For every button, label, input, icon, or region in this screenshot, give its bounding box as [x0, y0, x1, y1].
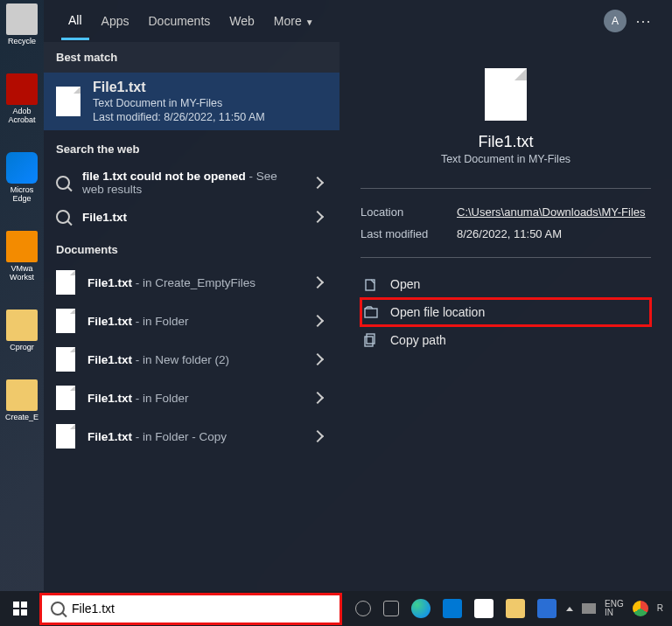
chevron-right-icon: [312, 353, 324, 365]
folder-icon: [364, 305, 378, 319]
taskbar-pinned-apps: [340, 599, 566, 618]
web-result-0[interactable]: file 1.txt could not be opened - See web…: [44, 163, 340, 203]
mail-icon[interactable]: [443, 599, 462, 618]
desktop-icons-strip: Recycle Adob Acrobat Micros Edge VMwa Wo…: [0, 0, 44, 591]
svg-rect-1: [365, 309, 377, 317]
best-match-result[interactable]: File1.txt Text Document in MY-Files Last…: [44, 73, 340, 130]
chrome-icon[interactable]: [633, 601, 648, 616]
copy-icon: [364, 333, 378, 347]
search-web-label: Search the web: [44, 130, 340, 163]
onedrive-icon[interactable]: [582, 603, 596, 614]
preview-file-icon: [485, 68, 527, 121]
file-icon: [56, 347, 75, 372]
tray-overflow-icon[interactable]: [566, 607, 573, 611]
desktop-icon-edge[interactable]: Micros Edge: [0, 149, 44, 206]
best-match-subtitle: Text Document in MY-Files: [93, 97, 327, 109]
documents-label: Documents: [44, 231, 340, 263]
file-icon: [56, 309, 75, 333]
action-copy-path[interactable]: Copy path: [360, 326, 651, 354]
desktop-icon-vmware[interactable]: VMwa Workst: [0, 227, 44, 285]
tab-documents[interactable]: Documents: [141, 3, 217, 38]
chevron-right-icon: [312, 177, 324, 189]
language-indicator[interactable]: ENG IN: [605, 600, 624, 617]
start-button[interactable]: [0, 591, 40, 626]
file-icon: [56, 87, 80, 116]
desktop-icon-recycle[interactable]: Recycle: [0, 0, 44, 49]
meta-location: Location C:\Users\anuma\Downloads\MY-Fil…: [360, 201, 651, 223]
action-open[interactable]: Open: [360, 270, 651, 298]
tray-indicator[interactable]: R: [657, 604, 663, 613]
windows-logo-icon: [13, 602, 27, 616]
best-match-modified: Last modified: 8/26/2022, 11:50 AM: [93, 111, 327, 123]
preview-pane: File1.txt Text Document in MY-Files Loca…: [340, 42, 672, 591]
web-result-1[interactable]: File1.txt: [44, 203, 340, 231]
location-link[interactable]: C:\Users\anuma\Downloads\MY-Files: [457, 205, 646, 219]
chevron-right-icon: [312, 211, 324, 223]
desktop-icon-adobe[interactable]: Adob Acrobat: [0, 70, 44, 128]
system-tray: ENG IN R: [566, 600, 672, 617]
document-result-0[interactable]: File1.txt - in Create_EmptyFiles: [44, 263, 340, 302]
open-icon: [364, 277, 378, 291]
file-icon: [56, 424, 75, 449]
best-match-title: File1.txt: [93, 80, 327, 95]
preview-filename: File1.txt: [478, 133, 533, 151]
document-result-4[interactable]: File1.txt - in Folder - Copy: [44, 417, 340, 456]
desktop-icon-cprogr[interactable]: Cprogr: [0, 306, 44, 355]
more-options-icon[interactable]: ⋯: [632, 11, 654, 31]
tab-all[interactable]: All: [61, 3, 89, 40]
search-icon: [56, 210, 70, 224]
chevron-right-icon: [312, 315, 324, 327]
chevron-right-icon: [312, 392, 324, 404]
file-icon: [56, 386, 75, 410]
photos-icon[interactable]: [537, 599, 556, 618]
search-icon: [51, 602, 65, 616]
search-panel: All Apps Documents Web More ▼ A ⋯ Best m…: [44, 0, 672, 591]
store-icon[interactable]: [474, 599, 494, 618]
explorer-icon[interactable]: [506, 599, 525, 618]
action-open-file-location[interactable]: Open file location: [360, 298, 651, 326]
search-input[interactable]: [72, 602, 331, 616]
search-tabs: All Apps Documents Web More ▼ A ⋯: [44, 0, 672, 42]
tab-web[interactable]: Web: [222, 3, 262, 38]
tab-apps[interactable]: Apps: [94, 3, 136, 38]
taskbar-search-box[interactable]: [42, 595, 340, 623]
search-icon: [56, 176, 70, 190]
chevron-right-icon: [312, 430, 324, 442]
preview-subtitle: Text Document in MY-Files: [441, 153, 570, 165]
tab-more[interactable]: More ▼: [267, 3, 321, 38]
edge-icon[interactable]: [411, 599, 430, 618]
chevron-right-icon: [312, 276, 324, 289]
document-result-2[interactable]: File1.txt - in New folder (2): [44, 340, 340, 379]
file-icon: [56, 270, 75, 295]
best-match-label: Best match: [44, 42, 340, 73]
task-view-icon[interactable]: [355, 601, 371, 616]
desktop-icon-create[interactable]: Create_E: [0, 376, 44, 425]
document-result-3[interactable]: File1.txt - in Folder: [44, 379, 340, 417]
meta-modified: Last modified 8/26/2022, 11:50 AM: [360, 223, 651, 245]
chevron-down-icon: ▼: [305, 17, 314, 27]
taskbar: ENG IN R: [0, 591, 672, 626]
document-result-1[interactable]: File1.txt - in Folder: [44, 302, 340, 340]
cortana-icon[interactable]: [383, 601, 399, 616]
user-avatar[interactable]: A: [604, 10, 626, 32]
results-left-column: Best match File1.txt Text Document in MY…: [44, 42, 340, 591]
